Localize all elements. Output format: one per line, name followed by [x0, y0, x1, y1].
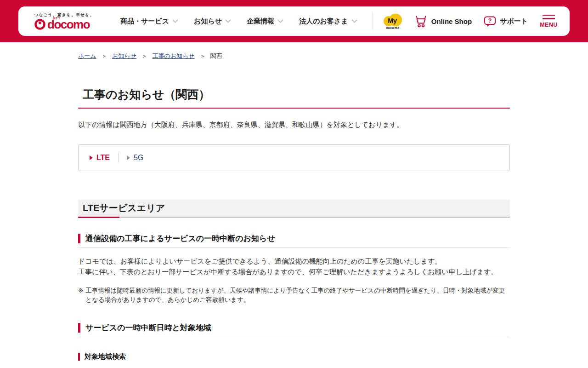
logo-ntt-label: NTT — [53, 17, 61, 20]
logo-row: NTT docomo — [34, 18, 104, 30]
cart-icon — [414, 15, 428, 28]
menu-button[interactable]: MENU — [540, 15, 558, 28]
chevron-down-icon — [225, 19, 231, 23]
page-title: 工事のお知らせ（関西） — [78, 86, 510, 109]
interruption-notice-heading: 通信設備の工事によるサービスの一時中断のお知らせ — [78, 234, 510, 248]
logo-wordmark: docomo — [47, 18, 90, 30]
triangle-right-icon — [127, 155, 130, 160]
heading-red-bar — [78, 323, 80, 333]
schedule-heading-text: サービスの一時中断日時と対象地域 — [85, 323, 211, 333]
docomo-mark-icon — [34, 18, 46, 30]
anchor-link-5g[interactable]: 5G — [127, 154, 143, 162]
triangle-right-icon — [90, 155, 93, 160]
my-docomo-icon: My — [382, 13, 403, 28]
note-mark: ※ — [78, 286, 83, 305]
header-bar: つなごう。驚きを。幸せを。 NTT docomo 商品・サービス お知らせ 企業… — [18, 6, 570, 36]
support-label: サポート — [500, 17, 528, 26]
anchor-links-box: LTE 5G — [78, 144, 510, 171]
support-button[interactable]: ? サポート — [484, 15, 528, 28]
anchor-lte-label: LTE — [96, 154, 110, 162]
anchor-link-lte[interactable]: LTE — [90, 154, 110, 162]
breadcrumb-separator: > — [201, 53, 204, 59]
area-search-heading: 対象地域検索 — [78, 352, 510, 361]
nav-item-corporate-info[interactable]: 企業情報 — [247, 17, 283, 26]
intro-text: 以下の情報は関西地方（大阪府、兵庫県、京都府、奈良県、滋賀県、和歌山県）を対象と… — [78, 120, 510, 130]
header-divider — [373, 12, 373, 30]
breadcrumb-construction-news[interactable]: 工事のお知らせ — [152, 52, 194, 60]
chevron-down-icon — [351, 19, 357, 23]
docomo-logo[interactable]: つなごう。驚きを。幸せを。 NTT docomo — [34, 12, 104, 30]
caution-note: ※ 工事情報は随時最新の情報に更新しておりますが、天候や諸事情により予告なく工事… — [78, 286, 510, 305]
chevron-down-icon — [172, 19, 178, 23]
anchor-divider — [118, 153, 119, 162]
nav-item-business[interactable]: 法人のお客さま — [299, 17, 357, 26]
svg-text:?: ? — [488, 17, 492, 24]
online-shop-label: Online Shop — [431, 17, 472, 25]
anchor-5g-label: 5G — [134, 154, 143, 162]
nav-item-news[interactable]: お知らせ — [194, 17, 231, 26]
area-search-heading-text: 対象地域検索 — [85, 352, 126, 361]
breadcrumb-current: 関西 — [210, 52, 222, 60]
main-nav: 商品・サービス お知らせ 企業情報 法人のお客さま — [120, 17, 357, 26]
heading-red-bar — [78, 234, 80, 243]
interruption-notice-heading-text: 通信設備の工事によるサービスの一時中断のお知らせ — [85, 234, 275, 243]
lte-service-area-heading: LTEサービスエリア — [78, 200, 510, 218]
description-line-2: 工事に伴い、下表のとおり一部サービスが中断する場合がありますので、何卒ご理解いた… — [78, 266, 510, 277]
note-text: 工事情報は随時最新の情報に更新しておりますが、天候や諸事情により予告なく工事の終… — [85, 286, 510, 305]
nav-item-label: 法人のお客さま — [299, 17, 348, 26]
nav-item-label: 商品・サービス — [120, 17, 169, 26]
breadcrumb: ホーム > お知らせ > 工事のお知らせ > 関西 — [78, 42, 510, 60]
description-line-1: ドコモでは、お客様によりよいサービスをご提供できるよう、通信設備の機能向上のため… — [78, 256, 510, 266]
breadcrumb-home[interactable]: ホーム — [78, 52, 96, 60]
chevron-down-icon — [277, 19, 283, 23]
nav-item-label: お知らせ — [194, 17, 222, 26]
hamburger-icon — [543, 15, 555, 19]
nav-item-products[interactable]: 商品・サービス — [120, 17, 178, 26]
interruption-description: ドコモでは、お客様によりよいサービスをご提供できるよう、通信設備の機能向上のため… — [78, 256, 510, 277]
brand-tagline: つなごう。驚きを。幸せを。 — [34, 12, 104, 18]
header-utility-group: My docomo Online Shop ? — [373, 12, 570, 30]
breadcrumb-separator: > — [143, 53, 146, 59]
nav-item-label: 企業情報 — [247, 17, 274, 26]
schedule-heading: サービスの一時中断日時と対象地域 — [78, 323, 510, 337]
main-content: ホーム > お知らせ > 工事のお知らせ > 関西 工事のお知らせ（関西） 以下… — [78, 42, 510, 368]
online-shop-button[interactable]: Online Shop — [414, 15, 472, 28]
my-docomo-button[interactable]: My docomo — [382, 13, 403, 29]
svg-text:My: My — [388, 17, 397, 24]
header-band: つなごう。驚きを。幸せを。 NTT docomo 商品・サービス お知らせ 企業… — [0, 0, 588, 42]
question-bubble-icon: ? — [484, 15, 496, 28]
heading-red-bar — [78, 353, 80, 361]
my-docomo-label: docomo — [386, 26, 400, 29]
breadcrumb-news[interactable]: お知らせ — [112, 52, 136, 60]
menu-label: MENU — [540, 22, 558, 28]
breadcrumb-separator: > — [103, 53, 106, 59]
